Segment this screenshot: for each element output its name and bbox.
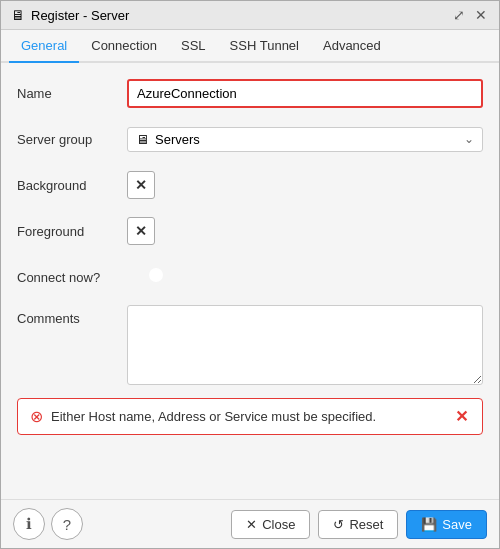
comments-row: Comments [17,305,483,388]
server-group-value: Servers [155,132,464,147]
server-group-row: Server group 🖥 Servers ⌄ [17,121,483,157]
window-title: Register - Server [31,8,129,23]
form-content: Name Server group 🖥 Servers ⌄ Background… [1,63,499,499]
close-window-button[interactable]: ✕ [473,7,489,23]
server-group-arrow-icon: ⌄ [464,132,474,146]
expand-button[interactable]: ⤢ [451,7,467,23]
background-label: Background [17,178,127,193]
background-control: ✕ [127,171,483,199]
server-group-label: Server group [17,132,127,147]
titlebar-left: 🖥 Register - Server [11,7,129,23]
error-icon: ⊗ [30,407,43,426]
reset-btn-label: Reset [349,517,383,532]
connect-now-control [127,270,483,285]
close-button[interactable]: ✕ Close [231,510,310,539]
titlebar: 🖥 Register - Server ⤢ ✕ [1,1,499,30]
comments-label: Comments [17,305,127,326]
connect-now-row: Connect now? [17,259,483,295]
server-group-select[interactable]: 🖥 Servers ⌄ [127,127,483,152]
connect-now-label: Connect now? [17,270,127,285]
window-icon: 🖥 [11,7,25,23]
tab-advanced[interactable]: Advanced [311,30,393,63]
register-server-window: 🖥 Register - Server ⤢ ✕ General Connecti… [0,0,500,549]
help-button[interactable]: ? [51,508,83,540]
reset-button[interactable]: ↺ Reset [318,510,398,539]
comments-textarea[interactable] [127,305,483,385]
tab-ssh-tunnel[interactable]: SSH Tunnel [218,30,311,63]
footer: ℹ ? ✕ Close ↺ Reset 💾 Save [1,499,499,548]
save-btn-icon: 💾 [421,517,437,532]
save-button[interactable]: 💾 Save [406,510,487,539]
close-btn-label: Close [262,517,295,532]
save-btn-label: Save [442,517,472,532]
name-row: Name [17,75,483,111]
background-color-button[interactable]: ✕ [127,171,155,199]
server-group-control: 🖥 Servers ⌄ [127,127,483,152]
foreground-label: Foreground [17,224,127,239]
background-row: Background ✕ [17,167,483,203]
close-btn-icon: ✕ [246,517,257,532]
footer-left: ℹ ? [13,508,83,540]
name-control [127,79,483,108]
foreground-color-button[interactable]: ✕ [127,217,155,245]
foreground-control: ✕ [127,217,483,245]
name-label: Name [17,86,127,101]
info-button[interactable]: ℹ [13,508,45,540]
info-icon: ℹ [26,515,32,533]
titlebar-controls: ⤢ ✕ [451,7,489,23]
help-icon: ? [63,516,71,533]
tab-ssl[interactable]: SSL [169,30,218,63]
tab-general[interactable]: General [9,30,79,63]
tabs-bar: General Connection SSL SSH Tunnel Advanc… [1,30,499,63]
error-close-button[interactable]: ✕ [453,407,470,426]
error-bar: ⊗ Either Host name, Address or Service m… [17,398,483,435]
name-input[interactable] [127,79,483,108]
tab-connection[interactable]: Connection [79,30,169,63]
foreground-row: Foreground ✕ [17,213,483,249]
comments-control [127,305,483,388]
reset-btn-icon: ↺ [333,517,344,532]
footer-right: ✕ Close ↺ Reset 💾 Save [231,510,487,539]
error-message: Either Host name, Address or Service mus… [51,409,445,424]
server-group-icon: 🖥 [136,132,149,147]
